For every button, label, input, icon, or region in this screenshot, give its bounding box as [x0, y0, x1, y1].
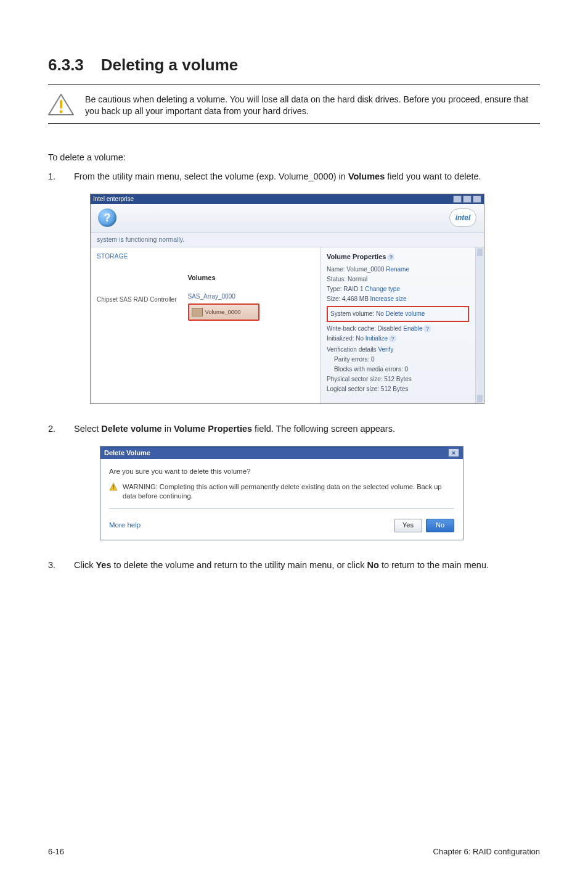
maximize-icon[interactable] [463, 196, 472, 203]
array-link[interactable]: SAS_Array_0000 [188, 292, 259, 301]
caution-icon [48, 94, 74, 116]
change-type-link[interactable]: Change type [365, 286, 400, 292]
step-text: Click Yes to delete the volume and retur… [74, 559, 540, 571]
dialog-prompt: Are you sure you want to delete this vol… [109, 466, 454, 476]
help-icon[interactable]: ? [389, 335, 396, 342]
step-number: 1. [48, 170, 74, 183]
divider [109, 508, 454, 509]
properties-panel: Volume Properties? Name: Volume_0000 Ren… [320, 247, 475, 403]
yes-button[interactable]: Yes [394, 519, 422, 532]
delete-volume-link[interactable]: Delete volume [385, 310, 425, 317]
window-title: Intel enterprise [93, 195, 134, 204]
no-button[interactable]: No [426, 519, 454, 532]
prop-initialized: Initialized: No Initialize? [327, 334, 469, 343]
storage-panel: STORAGE Chipset SAS RAID Controller Volu… [91, 247, 320, 403]
intel-logo: intel [449, 208, 476, 227]
prop-name: Name: Volume_0000 Rename [327, 265, 469, 274]
section-heading: 6.3.3Deleting a volume [48, 56, 540, 75]
initialize-link[interactable]: Initialize [365, 335, 388, 342]
properties-header: Volume Properties? [327, 252, 469, 262]
divider [48, 85, 540, 85]
volumes-header: Volumes [188, 273, 259, 283]
help-button[interactable]: ? [98, 208, 116, 227]
status-bar: system is functioning normally. [91, 233, 484, 247]
warning-icon [109, 482, 118, 491]
enable-cache-link[interactable]: Enable [403, 325, 422, 332]
increase-size-link[interactable]: Increase size [370, 295, 407, 302]
prop-parity: Parity errors: 0 [327, 355, 469, 364]
svg-rect-1 [60, 100, 62, 109]
dialog-titlebar: Delete Volume × [100, 447, 463, 459]
storage-label: STORAGE [97, 252, 314, 261]
help-icon[interactable]: ? [423, 325, 431, 332]
controller-label: Chipset SAS RAID Controller [97, 295, 177, 304]
step-number: 2. [48, 423, 74, 435]
volume-item[interactable]: Volume_0000 [188, 303, 259, 321]
divider [48, 123, 540, 124]
toolbar: ? intel [91, 204, 484, 233]
prop-size: Size: 4,468 MB Increase size [327, 295, 469, 303]
prop-system-volume: System volume: No Delete volume [330, 310, 465, 318]
page-number: 6-16 [48, 847, 64, 856]
chapter-label: Chapter 6: RAID configuration [433, 847, 540, 856]
help-icon[interactable]: ? [387, 254, 394, 261]
window-titlebar: Intel enterprise [91, 194, 484, 204]
step-number: 3. [48, 559, 74, 571]
dialog-title: Delete Volume [104, 448, 150, 458]
verify-link[interactable]: Verify [378, 346, 393, 353]
prop-type: Type: RAID 1 Change type [327, 285, 469, 294]
more-help-link[interactable]: More help [109, 520, 141, 530]
svg-rect-4 [113, 485, 113, 488]
dialog-warning-text: WARNING: Completing this action will per… [123, 482, 454, 500]
delete-volume-dialog: Delete Volume × Are you sure you want to… [100, 446, 463, 540]
step-text: From the utility main menu, select the v… [74, 170, 540, 183]
prop-logi-sector: Logical sector size: 512 Bytes [327, 385, 469, 394]
prop-verification: Verification details Verify [327, 345, 469, 354]
rename-link[interactable]: Rename [386, 266, 409, 273]
intro-text: To delete a volume: [48, 151, 540, 163]
page-footer: 6-16 Chapter 6: RAID configuration [48, 847, 540, 856]
prop-phys-sector: Physical sector size: 512 Bytes [327, 375, 469, 384]
prop-writeback: Write-back cache: Disabled Enable? [327, 324, 469, 333]
window-controls [453, 196, 481, 203]
section-number: 6.3.3 [48, 56, 84, 75]
volume-label: Volume_0000 [205, 308, 241, 316]
close-icon[interactable]: × [448, 448, 459, 457]
svg-rect-5 [113, 489, 113, 489]
minimize-icon[interactable] [453, 196, 462, 203]
close-icon[interactable] [473, 196, 481, 203]
prop-blocks: Blocks with media errors: 0 [327, 365, 469, 374]
caution-block: Be cautious when deleting a volume. You … [48, 94, 540, 117]
scrollbar[interactable] [475, 247, 484, 403]
caution-text: Be cautious when deleting a volume. You … [85, 94, 540, 117]
dialog-warning: WARNING: Completing this action will per… [109, 482, 454, 500]
svg-point-2 [60, 110, 63, 113]
step-text: Select Delete volume in Volume Propertie… [74, 423, 540, 435]
drive-icon [192, 308, 203, 316]
rst-window: Intel enterprise ? intel system is funct… [90, 194, 484, 404]
section-title-text: Deleting a volume [101, 56, 239, 74]
prop-status: Status: Normal [327, 275, 469, 284]
